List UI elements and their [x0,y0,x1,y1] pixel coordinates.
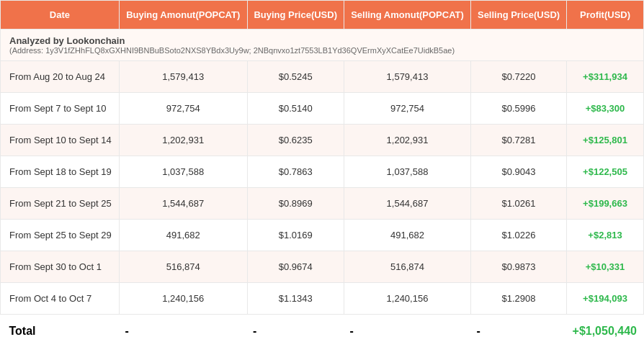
buying-price-cell: $1.0169 [247,220,344,251]
total-label: Total [1,315,120,348]
table-row: From Sept 30 to Oct 1516,874$0.9674516,8… [1,251,644,283]
total-dash4: - [471,315,567,348]
buying-price-cell: $0.8969 [247,188,344,220]
buying-price-cell: $0.5140 [247,93,344,125]
profit-cell: +$311,934 [567,61,644,93]
selling-price-cell: $0.5996 [471,93,567,125]
total-dash1: - [119,315,247,348]
buying-price-cell: $0.9674 [247,251,344,283]
selling-amount-cell: 1,202,931 [344,125,470,156]
selling-price-cell: $1.0261 [471,188,567,220]
table-row: From Aug 20 to Aug 241,579,413$0.52451,5… [1,61,644,93]
col-profit: Profit(USD) [567,1,644,30]
analyzed-title: Analyzed by Lookonchain [9,35,640,46]
date-cell: From Sept 7 to Sept 10 [1,93,120,125]
header-row: Date Buying Amonut(POPCAT) Buying Price(… [1,1,644,30]
col-buying-amount: Buying Amonut(POPCAT) [119,1,247,30]
selling-price-cell: $0.9043 [471,156,567,188]
table-row: From Oct 4 to Oct 71,240,156$1.13431,240… [1,283,644,315]
selling-price-cell: $1.0226 [471,220,567,251]
selling-amount-cell: 1,579,413 [344,61,470,93]
date-cell: From Sept 21 to Sept 25 [1,188,120,220]
total-row: Total - - - - +$1,050,440 [1,315,644,348]
table-row: From Sept 10 to Sept 141,202,931$0.62351… [1,125,644,156]
total-dash3: - [344,315,470,348]
col-selling-price: Selling Price(USD) [471,1,567,30]
main-table: Date Buying Amonut(POPCAT) Buying Price(… [0,0,644,348]
table-row: From Sept 21 to Sept 251,544,687$0.89691… [1,188,644,220]
table-container: Date Buying Amonut(POPCAT) Buying Price(… [0,0,644,348]
analyzed-row: Analyzed by Lookonchain (Address: 1y3V1f… [1,30,644,61]
table-row: From Sept 18 to Sept 191,037,588$0.78631… [1,156,644,188]
buying-price-cell: $0.5245 [247,61,344,93]
selling-price-cell: $0.7220 [471,61,567,93]
date-cell: From Sept 30 to Oct 1 [1,251,120,283]
total-dash2: - [247,315,344,348]
buying-amount-cell: 491,682 [119,220,247,251]
profit-cell: +$83,300 [567,93,644,125]
profit-cell: +$10,331 [567,251,644,283]
selling-amount-cell: 1,240,156 [344,283,470,315]
selling-amount-cell: 1,544,687 [344,188,470,220]
selling-amount-cell: 491,682 [344,220,470,251]
selling-price-cell: $0.9873 [471,251,567,283]
col-buying-price: Buying Price(USD) [247,1,344,30]
buying-amount-cell: 1,037,588 [119,156,247,188]
buying-amount-cell: 1,544,687 [119,188,247,220]
selling-price-cell: $0.7281 [471,125,567,156]
table-row: From Sept 25 to Sept 29491,682$1.0169491… [1,220,644,251]
table-row: From Sept 7 to Sept 10972,754$0.5140972,… [1,93,644,125]
analyzed-cell: Analyzed by Lookonchain (Address: 1y3V1f… [1,30,644,61]
profit-cell: +$2,813 [567,220,644,251]
buying-amount-cell: 516,874 [119,251,247,283]
col-date: Date [1,1,120,30]
profit-cell: +$122,505 [567,156,644,188]
date-cell: From Sept 10 to Sept 14 [1,125,120,156]
buying-amount-cell: 1,202,931 [119,125,247,156]
selling-amount-cell: 1,037,588 [344,156,470,188]
buying-price-cell: $0.7863 [247,156,344,188]
buying-price-cell: $0.6235 [247,125,344,156]
buying-amount-cell: 1,240,156 [119,283,247,315]
date-cell: From Sept 18 to Sept 19 [1,156,120,188]
total-profit: +$1,050,440 [567,315,644,348]
profit-cell: +$199,663 [567,188,644,220]
profit-cell: +$125,801 [567,125,644,156]
selling-amount-cell: 516,874 [344,251,470,283]
selling-price-cell: $1.2908 [471,283,567,315]
selling-amount-cell: 972,754 [344,93,470,125]
profit-cell: +$194,093 [567,283,644,315]
date-cell: From Aug 20 to Aug 24 [1,61,120,93]
buying-amount-cell: 972,754 [119,93,247,125]
col-selling-amount: Selling Amonut(POPCAT) [344,1,470,30]
date-cell: From Oct 4 to Oct 7 [1,283,120,315]
analyzed-address: (Address: 1y3V1fZHhFLQ8xGXHNI9BNBuBSoto2… [9,46,640,55]
buying-price-cell: $1.1343 [247,283,344,315]
buying-amount-cell: 1,579,413 [119,61,247,93]
date-cell: From Sept 25 to Sept 29 [1,220,120,251]
